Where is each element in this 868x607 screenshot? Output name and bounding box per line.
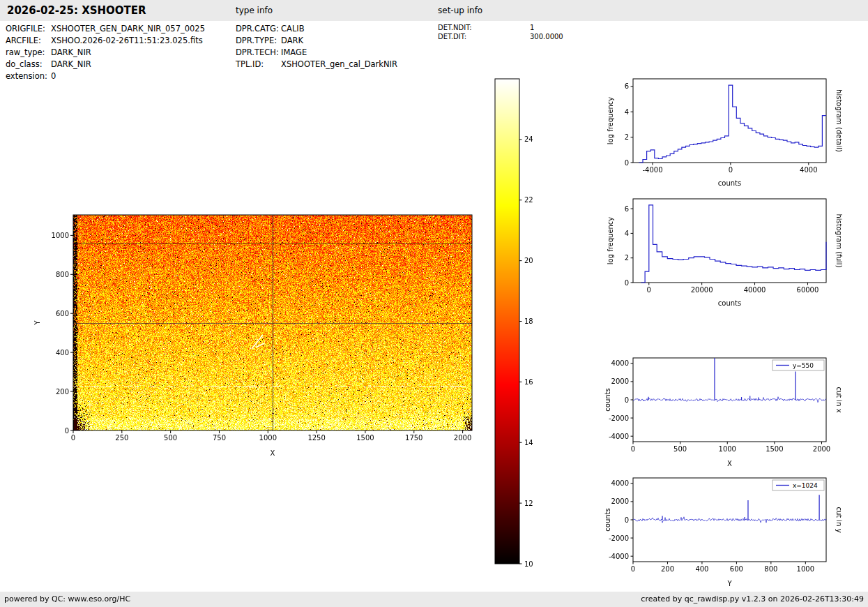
cut-y-side-label: cut in y <box>835 507 843 532</box>
histogram-detail-y-tick-label: 6 <box>625 82 629 90</box>
raw-image-x-tick-label: 1250 <box>307 434 325 442</box>
colorbar-tick-label: 10 <box>524 560 533 568</box>
cut-y-y-tick-label: -2000 <box>609 534 629 542</box>
header-bar: 2026-02-25: XSHOOTER type info set-up in… <box>0 0 868 21</box>
colorbar-tick-label: 24 <box>524 135 533 143</box>
meta-value: XSHOOTER_GEN_DARK_NIR_057_0025 <box>51 24 205 33</box>
raw-image-y-axis-label: Y <box>33 320 41 326</box>
meta-value: 0 <box>51 71 56 81</box>
cut-y-x-tick-label: 200 <box>661 565 674 573</box>
raw-image-x-tick-label: 1000 <box>259 434 277 442</box>
meta-row-dpr-tech: DPR.TECH:IMAGE <box>236 47 397 59</box>
histogram-detail-y-axis-label: log frequency <box>607 97 614 145</box>
histogram-detail-x-tick-label: 4000 <box>800 166 817 174</box>
cut-x-x-axis-label: X <box>727 460 732 467</box>
meta-label: extension: <box>6 70 51 82</box>
raw-image-x-tick-label: 1750 <box>405 434 422 442</box>
raw-image-x-tick-label: 500 <box>164 434 177 442</box>
meta-value: DARK_NIR <box>51 47 91 57</box>
histogram-detail-y-tick-label: 0 <box>625 159 629 167</box>
cut-x-noise-line <box>633 397 826 403</box>
histogram-full-series-line <box>641 205 826 283</box>
cut-x-x-tick-label: 1500 <box>766 445 783 453</box>
histogram-full-y-tick-label: 6 <box>625 205 629 213</box>
cut-y-x-tick-label: 400 <box>695 565 708 573</box>
setup-info-block: DET.NDIT:1 DET.DIT:300.0000 <box>438 23 563 41</box>
cut-x-y-tick-label: -4000 <box>609 433 629 440</box>
cut-y-y-tick-label: 0 <box>625 516 629 524</box>
meta-value: DARK_NIR <box>51 59 91 69</box>
cut-y-y-tick-label: -4000 <box>609 553 629 560</box>
setup-info-heading: set-up info <box>438 0 482 21</box>
histogram-detail-frame <box>633 79 826 163</box>
meta-label: ARCFILE: <box>6 35 51 47</box>
colorbar-tick-label: 22 <box>524 196 533 204</box>
cut-y-x-tick-label: 600 <box>730 565 743 573</box>
cut-x-y-tick-label: 2000 <box>611 377 629 385</box>
meta-row-origfile: ORIGFILE:XSHOOTER_GEN_DARK_NIR_057_0025 <box>6 23 205 35</box>
meta-label: DPR.TYPE: <box>236 35 281 47</box>
cut-x-x-tick-label: 0 <box>631 445 635 453</box>
colorbar-tick-label: 18 <box>524 317 533 325</box>
meta-row-arcfile: ARCFILE:XSHOO.2026-02-26T11:51:23.025.fi… <box>6 35 205 47</box>
colorbar-tick-label: 14 <box>524 439 533 447</box>
cut-y-y-tick-label: 2000 <box>611 497 629 505</box>
cut-y-y-tick-label: 4000 <box>611 479 629 487</box>
histogram-full-x-tick-label: 0 <box>647 286 651 294</box>
histogram-detail-y-tick-label: 4 <box>625 108 629 116</box>
cut-x-x-tick-label: 2000 <box>813 445 830 453</box>
cut-x-side-label: cut in x <box>835 387 843 412</box>
meta-label: do_class: <box>6 59 51 70</box>
cut-x-y-tick-label: -2000 <box>609 414 629 422</box>
meta-row-extension: extension:0 <box>6 70 205 82</box>
histogram-full-x-tick-label: 20000 <box>691 286 713 294</box>
colorbar <box>495 79 519 564</box>
histogram-full-y-tick-label: 0 <box>625 279 629 287</box>
meta-value: XSHOO.2026-02-26T11:51:23.025.fits <box>51 36 203 45</box>
cut-x-legend-box <box>772 360 824 370</box>
meta-label: TPL.ID: <box>236 59 281 70</box>
meta-value: XSHOOTER_gen_cal_DarkNIR <box>281 59 397 69</box>
histogram-full-x-tick-label: 40000 <box>744 286 766 294</box>
cut-x-frame <box>633 358 826 442</box>
histogram-full-x-axis-label: counts <box>718 299 741 307</box>
type-info-heading: type info <box>236 0 273 21</box>
raw-image-x-tick-label: 750 <box>213 434 226 442</box>
colorbar-tick-label: 20 <box>524 257 533 264</box>
meta-value: 1 <box>530 24 534 31</box>
meta-row-raw-type: raw_type:DARK_NIR <box>6 47 205 59</box>
histogram-full-y-axis-label: log frequency <box>607 217 614 265</box>
histogram-detail-x-tick-label: 0 <box>729 166 733 174</box>
raw-image-y-tick-label: 600 <box>56 310 69 317</box>
meta-label: DPR.TECH: <box>236 47 281 59</box>
raw-image-y-tick-label: 1000 <box>52 232 69 239</box>
raw-image-x-tick-label: 250 <box>115 434 128 442</box>
raw-image-y-tick-label: 200 <box>56 388 69 396</box>
cut-x-y-tick-label: 0 <box>625 396 629 404</box>
page-title: 2026-02-25: XSHOOTER <box>7 0 146 21</box>
meta-value: IMAGE <box>281 47 307 57</box>
cut-y-noise-line <box>633 517 826 523</box>
meta-row-tpl-id: TPL.ID:XSHOOTER_gen_cal_DarkNIR <box>236 59 397 70</box>
meta-label: raw_type: <box>6 47 51 59</box>
meta-row-det-ndit: DET.NDIT:1 <box>438 23 563 32</box>
cut-y-legend-label: x=1024 <box>793 482 818 489</box>
meta-row-det-dit: DET.DIT:300.0000 <box>438 32 563 41</box>
cut-y-y-axis-label: counts <box>604 508 611 531</box>
histogram-detail-y-tick-label: 2 <box>625 133 629 141</box>
histogram-detail-series-line <box>639 85 826 163</box>
raw-image-y-tick-label: 0 <box>65 427 69 435</box>
file-info-block: ORIGFILE:XSHOOTER_GEN_DARK_NIR_057_0025 … <box>6 23 205 82</box>
raw-image-x-tick-label: 2000 <box>454 434 471 442</box>
cut-y-x-axis-label: Y <box>726 580 732 587</box>
histogram-full-frame <box>633 199 826 283</box>
meta-label: DET.NDIT: <box>438 23 530 32</box>
cut-x-legend-label: y=550 <box>793 362 814 369</box>
raw-image-x-axis-label: X <box>271 449 275 457</box>
histogram-detail-x-axis-label: counts <box>718 179 741 187</box>
meta-value: 300.0000 <box>530 33 563 40</box>
cut-x-x-tick-label: 500 <box>673 445 687 453</box>
histogram-full-x-tick-label: 60000 <box>797 286 819 294</box>
cut-x-x-tick-label: 1000 <box>719 445 736 453</box>
histogram-detail-x-tick-label: -4000 <box>642 166 662 174</box>
